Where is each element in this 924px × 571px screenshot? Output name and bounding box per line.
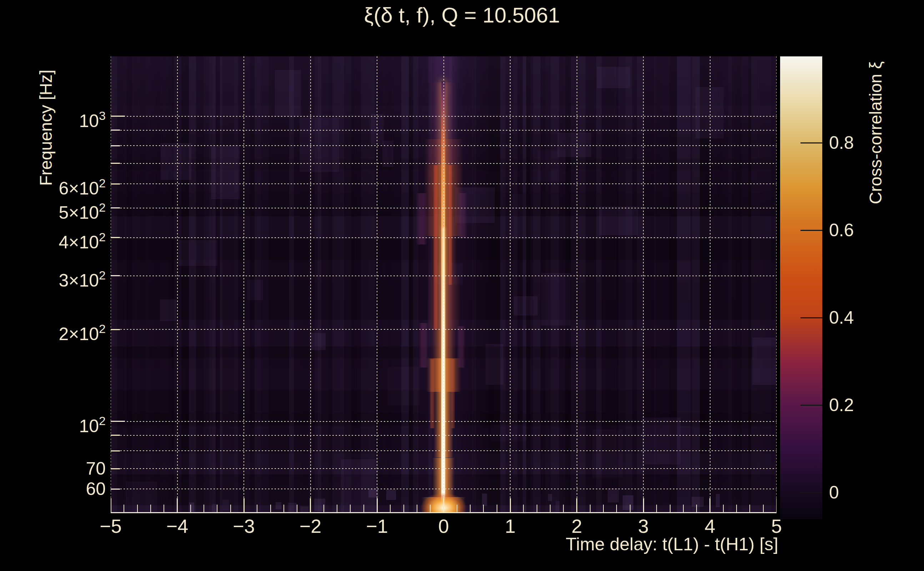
y-tick-exponent: 2 xyxy=(99,322,106,335)
colorbar-tick xyxy=(800,317,822,318)
colorbar-tick-label: 0 xyxy=(829,483,839,503)
x-tick-label: 4 xyxy=(685,516,735,536)
y-tick xyxy=(111,207,120,208)
y-tick xyxy=(111,116,125,117)
x-tick-label: 1 xyxy=(485,516,535,536)
y-tick-label: 6×102 xyxy=(0,174,106,194)
x-tick-label: −3 xyxy=(219,516,269,536)
x-major-tick xyxy=(643,498,644,513)
x-tick-label: 0 xyxy=(419,516,469,536)
y-tick xyxy=(111,237,120,238)
ridge-side-lobe xyxy=(430,359,435,428)
gridline-x xyxy=(576,56,577,513)
figure-canvas: ξ(δ t, f), Q = 10.5061 Frequency [Hz] Ti… xyxy=(0,0,924,571)
gridline-y xyxy=(111,329,777,330)
colorbar-tick-label: 0.4 xyxy=(829,308,854,328)
colorbar-tick xyxy=(800,492,822,493)
gridline-y xyxy=(111,184,777,184)
x-major-tick xyxy=(111,498,111,513)
y-tick-exponent: 2 xyxy=(99,176,106,190)
y-tick-exponent: 2 xyxy=(99,414,106,427)
gridline-x xyxy=(443,56,444,513)
y-tick xyxy=(111,130,120,131)
heatmap-plot-area xyxy=(111,56,777,513)
x-major-tick xyxy=(510,498,511,513)
ridge-side-lobe xyxy=(457,326,465,367)
x-axis-line xyxy=(111,512,777,513)
gridline-x xyxy=(776,56,777,513)
gridline-y xyxy=(111,116,777,117)
gridline-x xyxy=(643,56,644,513)
gridline-y xyxy=(111,208,777,208)
gridline-y xyxy=(111,468,777,469)
x-major-tick xyxy=(377,498,378,513)
gridline-y xyxy=(111,163,777,164)
y-tick xyxy=(111,184,120,185)
x-tick-label: 5 xyxy=(752,516,802,536)
y-tick xyxy=(111,275,120,276)
x-major-tick xyxy=(443,498,444,513)
gridline-x xyxy=(244,56,244,513)
y-tick xyxy=(111,468,120,469)
gridline-y xyxy=(111,451,777,451)
ridge-side-lobe xyxy=(433,165,438,329)
y-tick xyxy=(111,145,120,146)
gridline-y xyxy=(111,145,777,146)
x-major-tick xyxy=(310,498,311,513)
x-axis-title: Time delay: t(L1) - t(H1) [s] xyxy=(566,534,778,555)
gridline-x xyxy=(111,56,111,513)
y-tick-label: 3×102 xyxy=(0,266,106,286)
gridline-y xyxy=(111,435,777,436)
x-tick-label: −4 xyxy=(153,516,202,536)
ridge-side-lobe xyxy=(457,193,467,238)
colorbar-tick xyxy=(800,230,822,231)
ridge-side-lobe xyxy=(416,193,427,244)
chart-title: ξ(δ t, f), Q = 10.5061 xyxy=(0,2,924,29)
gridline-y xyxy=(111,421,777,422)
y-tick-label: 102 xyxy=(0,412,106,432)
y-tick xyxy=(111,421,125,422)
x-tick-label: 3 xyxy=(618,516,668,536)
gridline-y xyxy=(111,489,777,489)
colorbar-tick-label: 0.6 xyxy=(829,220,854,240)
gridline-x xyxy=(710,56,711,513)
x-major-tick xyxy=(709,498,711,513)
y-tick-label: 70 xyxy=(0,458,106,478)
gridline-y xyxy=(111,130,777,131)
y-tick xyxy=(111,451,120,451)
colorbar xyxy=(780,56,822,519)
y-tick xyxy=(111,329,120,330)
y-tick-exponent: 2 xyxy=(99,230,106,244)
y-tick xyxy=(111,489,120,490)
x-major-tick xyxy=(776,498,777,513)
y-tick-exponent: 3 xyxy=(99,109,106,122)
gridline-x xyxy=(510,56,511,513)
x-tick-label: 2 xyxy=(552,516,602,536)
colorbar-tick-label: 0.2 xyxy=(829,395,854,415)
gridline-y xyxy=(111,276,777,276)
y-axis-title: Frequency [Hz] xyxy=(36,69,56,185)
y-tick-label: 103 xyxy=(0,106,106,127)
colorbar-title: Cross-correlation ξ xyxy=(866,62,885,204)
ridge-side-lobe xyxy=(451,359,455,428)
x-major-tick xyxy=(244,498,244,513)
colorbar-tick xyxy=(800,142,822,144)
y-tick-label: 60 xyxy=(0,479,106,499)
x-tick-label: −2 xyxy=(286,516,335,536)
y-tick-label: 2×102 xyxy=(0,319,106,340)
y-tick xyxy=(111,435,120,436)
y-tick-label: 4×102 xyxy=(0,228,106,248)
gridline-x xyxy=(310,56,311,513)
gridline-x xyxy=(377,56,377,513)
x-major-tick xyxy=(177,498,178,513)
colorbar-tick xyxy=(800,405,822,406)
y-tick-exponent: 2 xyxy=(99,201,106,214)
y-tick-exponent: 2 xyxy=(99,269,106,282)
gridline-y xyxy=(111,237,777,238)
colorbar-tick-label: 0.8 xyxy=(829,133,854,153)
y-tick-label: 5×102 xyxy=(0,198,106,218)
y-tick xyxy=(111,163,120,164)
x-major-tick xyxy=(576,498,577,513)
gridline-x xyxy=(177,56,178,513)
x-tick-label: −5 xyxy=(86,516,136,536)
